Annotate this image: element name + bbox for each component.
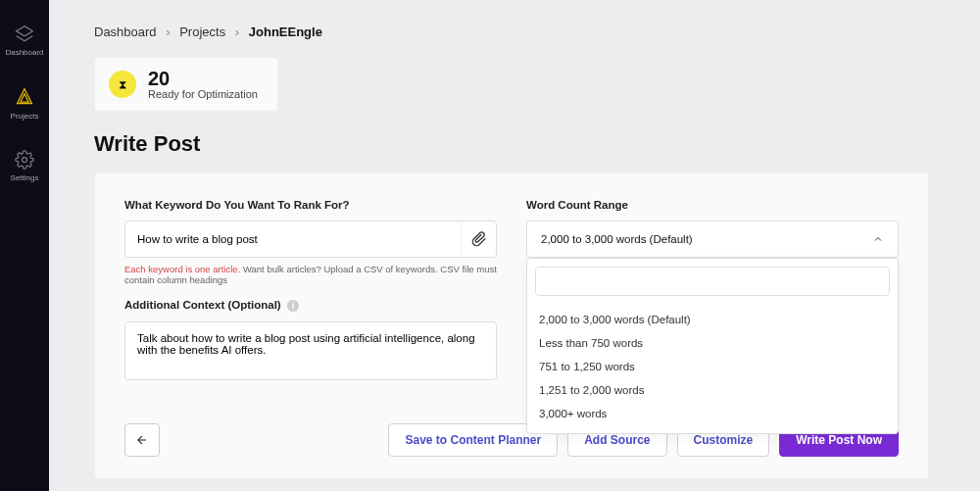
chevron-right-icon: › (166, 25, 170, 39)
wordcount-option[interactable]: 3,000+ words (535, 402, 890, 425)
left-sidebar: Dashboard Projects Settings (0, 0, 49, 491)
projects-icon (15, 86, 34, 108)
gear-icon (15, 150, 34, 170)
context-textarea[interactable]: Talk about how to write a blog post usin… (124, 321, 497, 380)
wordcount-option[interactable]: Less than 750 words (535, 331, 890, 355)
paperclip-icon (471, 231, 487, 247)
ready-count: 20 (148, 69, 258, 88)
wordcount-option[interactable]: 2,000 to 3,000 words (Default) (535, 308, 890, 331)
sidebar-label: Dashboard (5, 48, 43, 57)
arrow-left-icon (133, 433, 151, 447)
back-button[interactable] (124, 423, 160, 457)
svg-point-1 (23, 158, 27, 163)
wordcount-search-input[interactable] (535, 267, 890, 296)
sidebar-label: Projects (11, 112, 39, 121)
wordcount-select[interactable]: 2,000 to 3,000 words (Default) (526, 221, 899, 258)
ready-card[interactable]: ⧗ 20 Ready for Optimization (94, 57, 278, 112)
info-icon[interactable]: i (287, 300, 299, 312)
keyword-label: What Keyword Do You Want To Rank For? (124, 199, 497, 211)
sidebar-label: Settings (11, 173, 39, 182)
keyword-column: What Keyword Do You Want To Rank For? Ea… (124, 199, 497, 384)
main-area: Dashboard › Projects › JohnEEngle ⧗ 20 R… (49, 0, 980, 491)
chevron-right-icon: › (235, 25, 239, 39)
write-post-card: What Keyword Do You Want To Rank For? Ea… (94, 172, 929, 479)
svg-marker-0 (17, 26, 33, 36)
keyword-input-wrap (124, 221, 497, 258)
breadcrumb: Dashboard › Projects › JohnEEngle (94, 25, 929, 39)
breadcrumb-link[interactable]: Projects (179, 25, 225, 39)
layers-icon (15, 25, 34, 44)
wordcount-option[interactable]: 751 to 1,250 words (535, 355, 890, 378)
attach-button[interactable] (461, 221, 496, 257)
wordcount-label: Word Count Range (526, 199, 899, 211)
chevron-up-icon (872, 233, 884, 245)
wordcount-column: Word Count Range 2,000 to 3,000 words (D… (526, 199, 899, 384)
wordcount-dropdown-panel: 2,000 to 3,000 words (Default) Less than… (526, 258, 899, 434)
sidebar-item-projects[interactable]: Projects (11, 86, 39, 121)
helper-warn: Each keyword is one article. (124, 264, 240, 274)
hourglass-icon: ⧗ (109, 71, 136, 98)
wordcount-selected: 2,000 to 3,000 words (Default) (541, 233, 693, 245)
page-title: Write Post (94, 131, 929, 157)
breadcrumb-current: JohnEEngle (249, 25, 322, 39)
ready-sub: Ready for Optimization (148, 88, 258, 100)
wordcount-option[interactable]: 1,251 to 2,000 words (535, 378, 890, 402)
keyword-input[interactable] (125, 233, 461, 245)
keyword-helper: Each keyword is one article. Want bulk a… (124, 264, 497, 285)
breadcrumb-link[interactable]: Dashboard (94, 25, 157, 39)
sidebar-item-settings[interactable]: Settings (11, 150, 39, 182)
context-label: Additional Context (Optional) i (124, 299, 497, 312)
sidebar-item-dashboard[interactable]: Dashboard (5, 25, 43, 57)
